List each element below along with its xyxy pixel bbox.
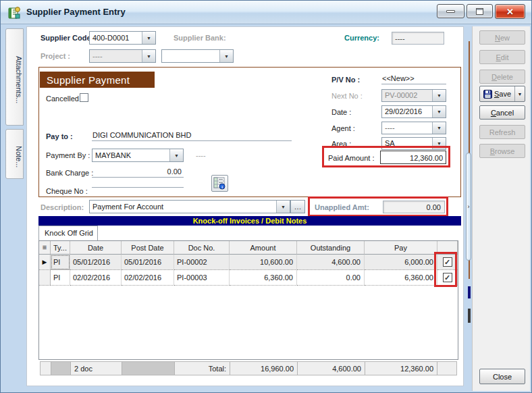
- cancelled-checkbox[interactable]: [80, 93, 88, 102]
- currency-field: ----: [392, 32, 444, 45]
- pay-to-label: Pay to :: [46, 132, 73, 140]
- chevron-down-icon[interactable]: ▼: [432, 90, 446, 101]
- chevron-down-icon[interactable]: ▼: [432, 138, 446, 149]
- chevron-down-icon[interactable]: ▼: [219, 50, 233, 62]
- knockoff-section-header: Knock-off Invoices / Debit Notes: [38, 216, 461, 226]
- refresh-button[interactable]: Refresh: [479, 125, 525, 139]
- bank-charge-field[interactable]: 0.00: [92, 167, 184, 178]
- close-button-label: Close: [493, 373, 512, 381]
- date-combo[interactable]: 29/02/2016 ▼: [381, 105, 446, 118]
- knock-checkbox-cell[interactable]: ✓: [437, 255, 458, 270]
- delete-button-label: Delete: [491, 73, 513, 81]
- next-no-combo[interactable]: PV-00002 ▼: [381, 89, 446, 102]
- project-combo[interactable]: ---- ▼: [89, 49, 156, 63]
- cell-outstanding[interactable]: 0.00: [297, 270, 365, 286]
- pv-no-field: <<New>>: [381, 74, 446, 84]
- note-side-tab[interactable]: Note...: [5, 129, 24, 179]
- cheque-no-field[interactable]: [92, 186, 184, 188]
- chevron-down-icon[interactable]: ▼: [276, 201, 290, 213]
- cheque-book-format-button[interactable]: i: [211, 175, 228, 192]
- clipped-grid-edge: [468, 309, 471, 323]
- knockoff-grid: ≡ Ty... Date Post Date Doc No. Amount Ou…: [38, 240, 458, 360]
- minimize-button[interactable]: [437, 4, 464, 18]
- cell-post-date[interactable]: 05/01/2016: [122, 255, 174, 270]
- col-amount[interactable]: Amount: [230, 241, 297, 255]
- cancel-button-label: Cancel: [491, 109, 514, 117]
- payment-by-suffix: ----: [196, 151, 206, 159]
- cell-date[interactable]: 05/01/2016: [70, 255, 122, 270]
- supplier-code-combo[interactable]: 400-D0001 ▼: [89, 31, 156, 45]
- pay-total: 12,360.00: [365, 362, 437, 375]
- area-combo[interactable]: SA ▼: [381, 137, 446, 150]
- edit-button[interactable]: Edit: [479, 50, 525, 64]
- amount-total: 16,960.00: [230, 362, 298, 375]
- save-dropdown-arrow[interactable]: ▼: [514, 86, 525, 101]
- cell-amount[interactable]: 10,600.00: [230, 255, 297, 270]
- chevron-down-icon[interactable]: ▼: [169, 149, 183, 161]
- pay-to-field[interactable]: DIGI COMMUNICATION BHD: [92, 131, 292, 141]
- action-button-panel: New Edit Delete Save ▼ Cancel Refresh Br…: [472, 26, 530, 391]
- bank-charge-label: Bank Charge :: [46, 169, 93, 177]
- cell-outstanding[interactable]: 4,600.00: [297, 255, 365, 270]
- attachments-side-tab[interactable]: Attachments...: [5, 28, 24, 126]
- cell-date[interactable]: 02/02/2016: [70, 270, 122, 286]
- col-post-date[interactable]: Post Date: [122, 241, 174, 255]
- total-label: Total:: [175, 362, 230, 375]
- col-type[interactable]: Ty...: [51, 241, 70, 255]
- window-title: Supplier Payment Entry: [26, 7, 126, 17]
- chevron-down-icon[interactable]: ▼: [432, 122, 446, 134]
- save-button-label: Save: [494, 90, 511, 98]
- cell-doc-no[interactable]: PI-00003: [174, 270, 230, 286]
- agent-combo[interactable]: ---- ▼: [381, 122, 446, 134]
- maximize-button[interactable]: [467, 4, 493, 18]
- description-value: Payment For Account: [90, 201, 276, 213]
- supplier-bank-combo[interactable]: ▼: [161, 49, 234, 63]
- close-window-button[interactable]: ✕: [495, 4, 525, 19]
- cell-type[interactable]: PI: [51, 255, 70, 270]
- col-outstanding[interactable]: Outstanding: [297, 241, 365, 255]
- panel-title: Supplier Payment: [40, 72, 155, 88]
- area-label: Area :: [331, 140, 351, 148]
- cancel-button[interactable]: Cancel: [479, 105, 525, 120]
- close-icon: ✕: [506, 7, 514, 17]
- column-chooser-icon[interactable]: ≡: [39, 241, 51, 255]
- table-row[interactable]: ▶ PI 05/01/2016 05/01/2016 PI-00002 10,6…: [39, 255, 458, 270]
- checked-checkbox[interactable]: ✓: [443, 273, 452, 282]
- grid-header-row: ≡ Ty... Date Post Date Doc No. Amount Ou…: [39, 241, 458, 255]
- checked-checkbox[interactable]: ✓: [443, 257, 452, 267]
- cancelled-label: Cancelled: [46, 95, 79, 103]
- cell-post-date[interactable]: 02/02/2016: [122, 270, 174, 286]
- chevron-down-icon[interactable]: ▼: [142, 32, 155, 44]
- cell-doc-no[interactable]: PI-00002: [174, 255, 230, 270]
- title-bar[interactable]: Supplier Payment Entry ✕: [1, 1, 531, 24]
- delete-button[interactable]: Delete: [479, 70, 525, 84]
- close-button[interactable]: Close: [479, 369, 525, 384]
- splitter-collapse-icon[interactable]: ›: [468, 203, 470, 210]
- description-more-button[interactable]: …: [290, 200, 305, 213]
- col-date[interactable]: Date: [70, 241, 122, 255]
- col-pay[interactable]: Pay: [365, 241, 437, 255]
- chevron-down-icon[interactable]: ▼: [142, 50, 155, 62]
- cell-pay[interactable]: 6,360.00: [365, 270, 437, 286]
- col-doc-no[interactable]: Doc No.: [174, 241, 230, 255]
- description-combo[interactable]: Payment For Account ▼: [89, 200, 290, 213]
- paid-amount-field[interactable]: 12,360.00: [380, 151, 446, 164]
- cell-amount[interactable]: 6,360.00: [230, 270, 297, 286]
- chevron-down-icon[interactable]: ▼: [432, 106, 446, 117]
- pv-no-label: P/V No :: [331, 76, 360, 84]
- new-button[interactable]: New: [479, 30, 525, 45]
- table-row[interactable]: PI 02/02/2016 02/02/2016 PI-00003 6,360.…: [39, 270, 458, 286]
- panel-splitter[interactable]: ›: [466, 153, 471, 261]
- footer-end-cell: [437, 362, 456, 375]
- payment-by-combo[interactable]: MAYBANK ▼: [92, 149, 184, 162]
- doc-count: 2 doc: [71, 362, 122, 375]
- save-button[interactable]: Save ▼: [479, 86, 525, 102]
- cheque-table-icon: i: [213, 177, 226, 190]
- grid-totals-row: 2 doc Total: 16,960.00 4,600.00 12,360.0…: [40, 361, 457, 375]
- knock-off-grid-tab[interactable]: Knock Off Grid: [38, 226, 98, 240]
- browse-button[interactable]: Browse: [479, 144, 525, 158]
- cell-pay[interactable]: 6,000.00: [365, 255, 437, 270]
- cell-type[interactable]: PI: [51, 270, 70, 286]
- payment-by-label: Payment By :: [46, 151, 90, 159]
- knock-checkbox-cell[interactable]: ✓: [437, 270, 458, 286]
